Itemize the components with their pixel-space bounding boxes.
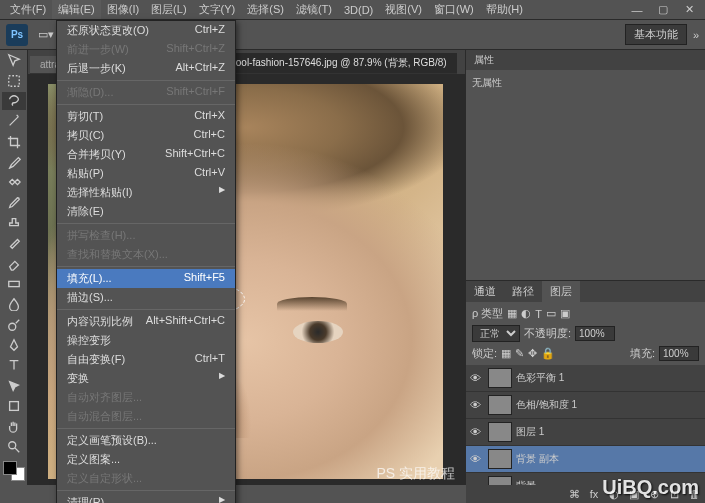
lock-pos-icon[interactable]: ✥: [528, 347, 537, 360]
menu-layer[interactable]: 图层(L): [145, 0, 192, 19]
shape-tool[interactable]: [2, 397, 26, 415]
lock-all-icon[interactable]: 🔒: [541, 347, 555, 360]
eyedropper-tool[interactable]: [2, 153, 26, 171]
menu-item[interactable]: 清理(R)▶: [57, 493, 235, 503]
fill-input[interactable]: [659, 346, 699, 361]
menu-item: 自动混合图层...: [57, 407, 235, 426]
stamp-tool[interactable]: [2, 214, 26, 232]
app-logo[interactable]: Ps: [6, 24, 28, 46]
layer-row[interactable]: 👁 背景 副本: [466, 446, 705, 473]
minimize-button[interactable]: —: [625, 2, 649, 18]
adjustment-layer-icon[interactable]: ▣: [627, 488, 641, 501]
layer-thumbnail[interactable]: [488, 395, 512, 415]
menu-item[interactable]: 后退一步(K)Alt+Ctrl+Z: [57, 59, 235, 78]
svg-point-4: [8, 441, 15, 448]
lock-paint-icon[interactable]: ✎: [515, 347, 524, 360]
history-brush-tool[interactable]: [2, 234, 26, 252]
heal-tool[interactable]: [2, 173, 26, 191]
menu-image[interactable]: 图像(I): [101, 0, 145, 19]
menu-item[interactable]: 填充(L)...Shift+F5: [57, 269, 235, 288]
properties-body: 无属性: [466, 70, 705, 280]
zoom-tool[interactable]: [2, 438, 26, 456]
menu-item[interactable]: 选择性粘贴(I)▶: [57, 183, 235, 202]
properties-title[interactable]: 属性: [466, 50, 705, 70]
lasso-tool[interactable]: [2, 92, 26, 110]
wand-tool[interactable]: [2, 112, 26, 130]
menu-item[interactable]: 变换▶: [57, 369, 235, 388]
layer-thumbnail[interactable]: [488, 422, 512, 442]
layer-thumbnail[interactable]: [488, 449, 512, 469]
visibility-icon[interactable]: 👁: [470, 372, 484, 384]
marquee-tool[interactable]: [2, 71, 26, 89]
brush-tool[interactable]: [2, 193, 26, 211]
hand-tool[interactable]: [2, 417, 26, 435]
menu-item[interactable]: 拷贝(C)Ctrl+C: [57, 126, 235, 145]
new-layer-icon[interactable]: ⊡: [667, 488, 681, 501]
move-tool[interactable]: [2, 51, 26, 69]
menu-help[interactable]: 帮助(H): [480, 0, 529, 19]
menu-3d[interactable]: 3D(D): [338, 2, 379, 18]
visibility-icon[interactable]: 👁: [470, 399, 484, 411]
search-icon[interactable]: »: [693, 29, 699, 41]
layer-style-icon[interactable]: fx: [587, 488, 601, 501]
menu-filter[interactable]: 滤镜(T): [290, 0, 338, 19]
tool-preset-icon[interactable]: ▭▾: [38, 28, 54, 41]
layer-row[interactable]: 👁 图层 1: [466, 419, 705, 446]
menu-file[interactable]: 文件(F): [4, 0, 52, 19]
layer-thumbnail[interactable]: [488, 476, 512, 485]
type-tool[interactable]: [2, 356, 26, 374]
menu-separator: [57, 104, 235, 105]
eraser-tool[interactable]: [2, 254, 26, 272]
close-button[interactable]: ✕: [677, 2, 701, 18]
filter-type-icon[interactable]: T: [535, 308, 542, 320]
layers-tab[interactable]: 图层: [542, 281, 580, 302]
filter-smart-icon[interactable]: ▣: [560, 307, 570, 320]
gradient-tool[interactable]: [2, 275, 26, 293]
paths-tab[interactable]: 路径: [504, 281, 542, 302]
path-select-tool[interactable]: [2, 377, 26, 395]
menu-item[interactable]: 操控变形: [57, 331, 235, 350]
opacity-input[interactable]: [575, 326, 615, 341]
filter-pixel-icon[interactable]: ▦: [507, 307, 517, 320]
layer-group-icon[interactable]: ⊕: [647, 488, 661, 501]
menu-item[interactable]: 内容识别比例Alt+Shift+Ctrl+C: [57, 312, 235, 331]
filter-shape-icon[interactable]: ▭: [546, 307, 556, 320]
menu-item[interactable]: 自由变换(F)Ctrl+T: [57, 350, 235, 369]
menu-select[interactable]: 选择(S): [241, 0, 290, 19]
menu-item[interactable]: 清除(E): [57, 202, 235, 221]
color-swatches[interactable]: [3, 461, 25, 481]
maximize-button[interactable]: ▢: [651, 2, 675, 18]
menu-item[interactable]: 定义画笔预设(B)...: [57, 431, 235, 450]
menu-item[interactable]: 粘贴(P)Ctrl+V: [57, 164, 235, 183]
menu-type[interactable]: 文字(Y): [193, 0, 242, 19]
workspace-switcher[interactable]: 基本功能: [625, 24, 687, 45]
menu-item[interactable]: 还原状态更改(O)Ctrl+Z: [57, 21, 235, 40]
menu-item[interactable]: 描边(S)...: [57, 288, 235, 307]
menu-item[interactable]: 定义图案...: [57, 450, 235, 469]
edit-menu-dropdown: 还原状态更改(O)Ctrl+Z前进一步(W)Shift+Ctrl+Z后退一步(K…: [56, 20, 236, 503]
lock-trans-icon[interactable]: ▦: [501, 347, 511, 360]
visibility-icon[interactable]: 👁: [470, 453, 484, 465]
layer-mask-icon[interactable]: ◐: [607, 488, 621, 501]
menu-item: 拼写检查(H)...: [57, 226, 235, 245]
blend-mode-select[interactable]: 正常: [472, 325, 520, 342]
layer-row[interactable]: 👁 色彩平衡 1: [466, 365, 705, 392]
menu-edit[interactable]: 编辑(E): [52, 0, 101, 19]
channels-tab[interactable]: 通道: [466, 281, 504, 302]
filter-adjust-icon[interactable]: ◐: [521, 307, 531, 320]
properties-panel: 属性 无属性: [466, 50, 705, 281]
menu-window[interactable]: 窗口(W): [428, 0, 480, 19]
layer-row[interactable]: 👁 色相/饱和度 1: [466, 392, 705, 419]
pen-tool[interactable]: [2, 336, 26, 354]
menu-item[interactable]: 合并拷贝(Y)Shift+Ctrl+C: [57, 145, 235, 164]
delete-layer-icon[interactable]: 🗑: [687, 488, 701, 501]
blur-tool[interactable]: [2, 295, 26, 313]
dodge-tool[interactable]: [2, 315, 26, 333]
visibility-icon[interactable]: 👁: [470, 426, 484, 438]
crop-tool[interactable]: [2, 132, 26, 150]
menu-view[interactable]: 视图(V): [379, 0, 428, 19]
layer-row[interactable]: 背景: [466, 473, 705, 485]
link-layers-icon[interactable]: ⌘: [567, 488, 581, 501]
layer-thumbnail[interactable]: [488, 368, 512, 388]
menu-item[interactable]: 剪切(T)Ctrl+X: [57, 107, 235, 126]
